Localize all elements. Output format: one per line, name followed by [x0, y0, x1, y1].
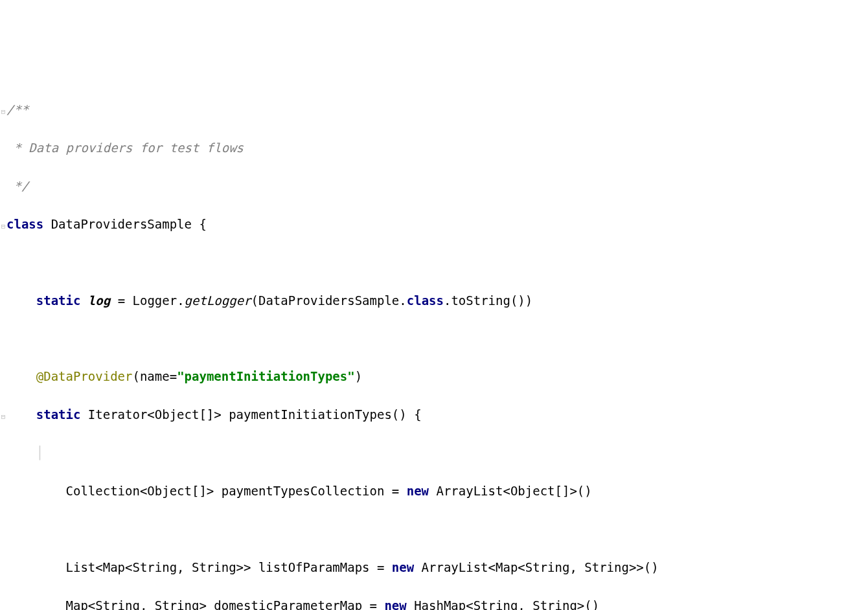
code-text: ) — [355, 369, 362, 383]
class-declaration: DataProvidersSample { — [43, 217, 207, 231]
keyword-class: class — [6, 217, 43, 231]
keyword-static: static — [36, 293, 81, 308]
code-text: (name= — [132, 369, 177, 383]
annotation-dataprovider: @DataProvider — [36, 369, 133, 383]
keyword-static: static — [36, 407, 81, 422]
code-text: ArrayList<Map<String, String>>() — [414, 560, 659, 574]
code-text: HashMap<String, String>() — [407, 598, 599, 610]
fold-marker-icon[interactable]: ⊟ — [0, 411, 6, 422]
comment-line: */ — [6, 179, 29, 193]
keyword-new: new — [392, 560, 414, 574]
fold-marker-icon[interactable]: ⊟ — [0, 221, 6, 232]
field-log: log — [88, 293, 110, 308]
method-signature: Iterator<Object[]> paymentInitiationType… — [80, 407, 421, 422]
method-getLogger: getLogger — [185, 293, 251, 308]
code-text: Collection<Object[]> paymentTypesCollect… — [66, 484, 407, 498]
keyword-new: new — [407, 484, 429, 498]
code-text: = Logger. — [110, 293, 184, 308]
keyword-class: class — [407, 293, 444, 308]
keyword-new: new — [384, 598, 406, 610]
string-literal: "paymentInitiationTypes" — [177, 369, 355, 383]
code-text: (DataProvidersSample. — [251, 293, 407, 308]
code-text: ArrayList<Object[]>() — [429, 484, 592, 498]
fold-marker-icon[interactable]: ⊟ — [0, 106, 6, 117]
code-editor[interactable]: ⊟/** * Data providers for test flows */ … — [0, 82, 868, 610]
code-text: Map<String, String> domesticParameterMap… — [66, 598, 385, 610]
code-text: List<Map<String, String>> listOfParamMap… — [66, 560, 392, 574]
comment-line: /** — [6, 102, 29, 117]
comment-line: * Data providers for test flows — [6, 141, 244, 155]
code-text: .toString()) — [444, 293, 532, 308]
